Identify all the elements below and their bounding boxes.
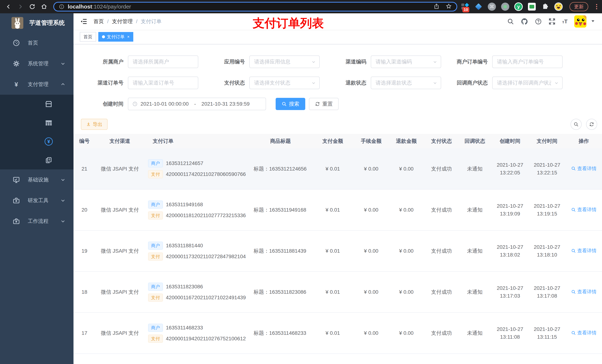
- reload-icon[interactable]: [29, 3, 36, 10]
- cell-pay-date: 2021-10-27: [528, 243, 566, 251]
- filter-notify-status: 回调商户状态: [443, 77, 563, 89]
- export-button[interactable]: 导出: [81, 119, 108, 130]
- cell-channel: 微信 JSAPI 支付: [95, 312, 144, 354]
- view-detail-link[interactable]: 查看详情: [571, 289, 597, 295]
- col-pay-time: 支付时间: [528, 134, 566, 148]
- extension-chat-icon[interactable]: [527, 2, 536, 11]
- view-detail-label: 查看详情: [577, 207, 597, 213]
- sidebar-item-app-info[interactable]: 应用信息: [0, 113, 74, 132]
- sidebar-item-system[interactable]: 系统管理: [0, 53, 74, 74]
- sidebar-fold-icon[interactable]: [80, 18, 87, 25]
- cell-notify-status: 未通知: [458, 189, 492, 230]
- notify-status-select[interactable]: [492, 77, 563, 89]
- filter-label: 创建时间: [79, 100, 123, 107]
- reset-button-label: 重置: [322, 100, 333, 107]
- table-row: 17 微信 JSAPI 支付 商户1635311468233 支付4200001…: [74, 312, 602, 354]
- help-icon[interactable]: [535, 18, 542, 25]
- sidebar-item-payment[interactable]: ¥ 支付管理: [0, 74, 74, 95]
- channel-order-no: 4200001181202110277723215336: [166, 213, 246, 218]
- channel-order-no-input[interactable]: [128, 77, 198, 89]
- cell-amount: ¥ 0.01: [311, 230, 355, 271]
- site-info-icon[interactable]: [59, 4, 64, 10]
- breadcrumb-payment[interactable]: 支付管理: [112, 18, 133, 25]
- close-icon[interactable]: ×: [127, 34, 129, 39]
- cell-pay-date: 2021-10-27: [528, 325, 566, 333]
- sidebar-item-infra[interactable]: 基础设施: [0, 169, 74, 190]
- toolbox-icon: [12, 218, 20, 225]
- cell-notify-status: 未通知: [458, 230, 492, 271]
- header-search-icon[interactable]: [507, 18, 514, 25]
- channel-code-input[interactable]: [371, 55, 441, 68]
- tab-pay-order[interactable]: 支付订单×: [98, 32, 133, 42]
- top-navbar: 首页 / 支付管理 / 支付订单 支付订单列表 тT: [74, 13, 602, 30]
- sidebar-item-dev-tools[interactable]: 研发工具: [0, 190, 74, 211]
- cell-create-date: 2021-10-27: [492, 202, 528, 210]
- sidebar-item-refund-order[interactable]: 退款订单: [0, 151, 74, 169]
- search-button[interactable]: 搜索: [276, 98, 305, 110]
- sidebar-item-home[interactable]: 首页: [0, 32, 74, 53]
- extension-y-icon[interactable]: y: [514, 2, 523, 11]
- cell-id: 19: [81, 248, 87, 254]
- font-size-icon[interactable]: тT: [562, 18, 568, 25]
- view-detail-link[interactable]: 查看详情: [571, 165, 597, 172]
- bookmark-star-icon[interactable]: [446, 3, 452, 10]
- view-detail-link[interactable]: 查看详情: [571, 207, 597, 213]
- forward-icon[interactable]: [17, 3, 24, 10]
- gear-icon: [12, 60, 20, 67]
- refund-status-select[interactable]: [371, 77, 441, 89]
- sidebar-item-pay-order[interactable]: ¥ 支付订单: [0, 132, 74, 151]
- channel-order-no: 4200001174202110278060590766: [166, 171, 246, 177]
- cell-channel: 微信 JSAPI 支付: [95, 148, 144, 189]
- chevron-down-icon: [61, 61, 65, 66]
- reset-button[interactable]: 重置: [309, 98, 339, 110]
- pay-tag: 支付: [148, 170, 163, 178]
- tab-home[interactable]: 首页: [80, 32, 96, 42]
- address-bar[interactable]: localhost:1024/pay/order: [53, 2, 457, 11]
- sidebar-item-merchant-info[interactable]: 商户信息: [0, 95, 74, 113]
- sidebar-item-label: 首页: [28, 39, 38, 46]
- cell-title: 标题：1635311468233: [250, 312, 311, 354]
- sidebar-item-workflow[interactable]: 工作流程: [0, 211, 74, 232]
- toggle-search-button[interactable]: [570, 119, 582, 130]
- browser-toolbar: localhost:1024/pay/order 10 ⌘ y 更新: [0, 0, 602, 13]
- cell-fee: ¥ 0.00: [355, 312, 388, 354]
- cell-create-date: 2021-10-27: [492, 161, 528, 169]
- github-icon[interactable]: [521, 18, 528, 25]
- extension-badge-icon[interactable]: 10: [461, 2, 469, 11]
- sidebar-item-label: 支付管理: [28, 81, 49, 88]
- refresh-button[interactable]: [586, 119, 597, 130]
- view-detail-link[interactable]: 查看详情: [571, 248, 597, 254]
- url-text: localhost:1024/pay/order: [68, 3, 131, 10]
- date-range-picker[interactable]: 2021-10-01 00:00:00 - 2021-10-31 23:59:5…: [128, 98, 266, 110]
- sidebar-item-label: 基础设施: [28, 176, 49, 183]
- share-icon[interactable]: [434, 3, 440, 10]
- browser-menu-icon[interactable]: [596, 4, 597, 9]
- breadcrumb-home[interactable]: 首页: [94, 18, 104, 25]
- page-content: 所属商户 应用编号 渠道编码 商户订单编号 渠: [74, 44, 602, 364]
- cell-create-time: 13:18:02: [492, 251, 528, 259]
- merchant-order-no-input[interactable]: [492, 55, 563, 68]
- fullscreen-icon[interactable]: [548, 18, 556, 25]
- pay-status-select[interactable]: [249, 77, 320, 89]
- home-icon[interactable]: [40, 3, 48, 10]
- cell-notify-status: 未通知: [458, 271, 492, 312]
- logo-image: [11, 17, 23, 29]
- back-icon[interactable]: [5, 3, 12, 10]
- chrome-update-button[interactable]: 更新: [570, 2, 588, 11]
- app-select[interactable]: [249, 55, 320, 68]
- filter-label: 应用编号: [201, 58, 245, 65]
- caret-down-icon[interactable]: [591, 19, 595, 24]
- extension-command-icon[interactable]: ⌘: [488, 2, 496, 11]
- extension-kite-icon[interactable]: [474, 2, 483, 11]
- dashboard-icon: [12, 39, 20, 47]
- cell-refund: ¥ 0.00: [388, 271, 425, 312]
- chevron-down-icon: [61, 198, 65, 203]
- merchant-select[interactable]: [128, 55, 198, 68]
- cell-create-date: 2021-10-27: [492, 243, 528, 251]
- extensions-puzzle-icon[interactable]: [541, 2, 549, 11]
- col-order: 支付订单: [144, 134, 250, 148]
- view-detail-link[interactable]: 查看详情: [571, 330, 597, 336]
- extension-record-icon[interactable]: [501, 2, 509, 11]
- user-avatar[interactable]: [574, 15, 586, 28]
- profile-emoji-icon[interactable]: [554, 2, 563, 11]
